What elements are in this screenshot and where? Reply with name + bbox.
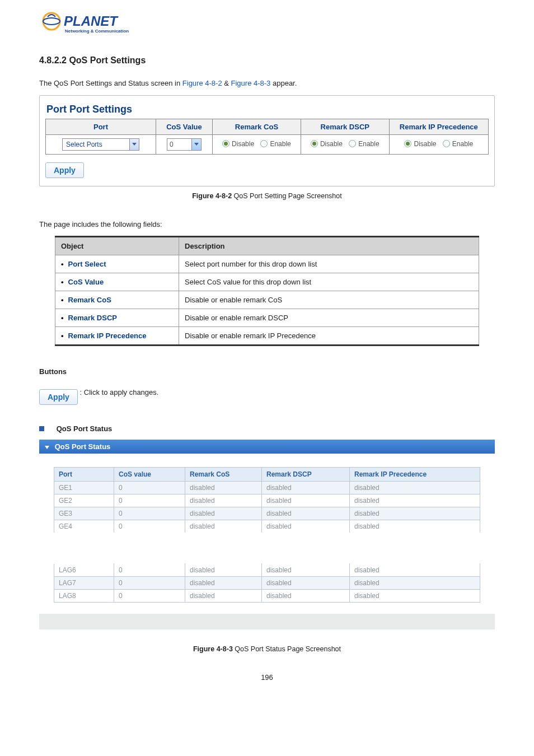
th-cos: CoS Value: [156, 119, 213, 135]
qos-port-status-panel: QoS Port Status Port CoS value Remark Co…: [39, 440, 495, 629]
remark-dscp-enable-label: Enable: [358, 140, 379, 148]
st-rcos: disabled: [185, 520, 262, 533]
st-rip: disabled: [350, 482, 480, 494]
obj-th-desc: Description: [179, 237, 479, 255]
st-cos: 0: [114, 590, 185, 603]
svg-point-0: [43, 13, 60, 30]
intro-mid: &: [222, 79, 231, 87]
st-rdscp: disabled: [262, 590, 350, 603]
st-rdscp: disabled: [262, 494, 350, 507]
figure-2-caption: Figure 4-8-3 QoS Port Status Page Screen…: [39, 645, 495, 653]
qos-port-status-heading: QoS Port Status: [39, 424, 495, 433]
st-h-rcos: Remark CoS: [185, 468, 262, 482]
logo: PLANET Networking & Communication: [39, 11, 495, 39]
square-bullet-icon: [39, 426, 44, 431]
page-number: 196: [39, 673, 495, 682]
st-cos: 0: [114, 482, 185, 494]
status-row: GE1 0 disabled disabled disabled: [54, 482, 480, 494]
st-rdscp: disabled: [262, 577, 350, 590]
port-settings-panel: Port Port Settings Port CoS Value Remark…: [39, 95, 495, 186]
st-port: GE3: [54, 507, 114, 520]
remark-cos-enable-label: Enable: [270, 140, 291, 148]
status-table-top: Port CoS value Remark CoS Remark DSCP Re…: [54, 467, 480, 533]
st-rcos: disabled: [185, 494, 262, 507]
st-port: LAG7: [54, 577, 114, 590]
st-port: GE4: [54, 520, 114, 533]
remark-dscp-enable-radio[interactable]: [349, 140, 356, 147]
remark-ip-disable-radio[interactable]: [404, 140, 411, 147]
apply-desc: : Click to apply changes.: [80, 388, 159, 396]
status-panel-header[interactable]: QoS Port Status: [39, 440, 495, 454]
figure-link-1[interactable]: Figure 4-8-2: [182, 79, 222, 87]
st-cos: 0: [114, 507, 185, 520]
remark-cos-disable-radio[interactable]: [222, 140, 229, 147]
obj-desc: Select port number for this drop down li…: [179, 255, 479, 273]
obj-label: Remark DSCP: [68, 314, 117, 322]
apply-button-description-row: Apply : Click to apply changes.: [39, 381, 495, 405]
st-port: GE2: [54, 494, 114, 507]
settings-table: Port CoS Value Remark CoS Remark DSCP Re…: [45, 119, 489, 155]
st-port: GE1: [54, 482, 114, 494]
logo-tagline: Networking & Communication: [65, 29, 129, 34]
th-port: Port: [46, 119, 156, 135]
st-rip: disabled: [350, 590, 480, 603]
apply-button[interactable]: Apply: [45, 162, 84, 178]
obj-row: •Remark IP Precedence Disable or enable …: [55, 327, 479, 346]
apply-button-inline[interactable]: Apply: [39, 389, 78, 405]
remark-ip-enable-label: Enable: [452, 140, 473, 148]
figure-1-bold: Figure 4-8-2: [192, 192, 232, 200]
obj-row: •Remark CoS Disable or enable remark CoS: [55, 291, 479, 309]
status-table-bottom: LAG6 0 disabled disabled disabled LAG7 0…: [54, 563, 480, 603]
status-row: LAG7 0 disabled disabled disabled: [54, 577, 480, 590]
st-rcos: disabled: [185, 564, 262, 577]
st-rcos: disabled: [185, 590, 262, 603]
st-rdscp: disabled: [262, 482, 350, 494]
chevron-down-icon: [129, 139, 139, 150]
st-rip: disabled: [350, 507, 480, 520]
intro-post: appear.: [270, 79, 297, 87]
figure-2-bold: Figure 4-8-3: [193, 645, 233, 653]
figure-1-text: QoS Port Setting Page Screenshot: [232, 192, 342, 200]
status-panel-title: QoS Port Status: [55, 442, 111, 451]
st-rip: disabled: [350, 564, 480, 577]
buttons-heading: Buttons: [39, 367, 495, 376]
logo-text: PLANET: [64, 13, 119, 29]
st-h-rip: Remark IP Precedence: [350, 468, 480, 482]
obj-row: •Remark DSCP Disable or enable remark DS…: [55, 309, 479, 327]
obj-desc: Select CoS value for this drop down list: [179, 273, 479, 291]
figure-1-caption: Figure 4-8-2 QoS Port Setting Page Scree…: [39, 192, 495, 200]
port-select[interactable]: Select Ports: [62, 138, 139, 151]
obj-label: Remark CoS: [68, 296, 111, 304]
obj-label: Port Select: [68, 260, 106, 268]
figure-2-text: QoS Port Status Page Screenshot: [233, 645, 341, 653]
remark-cos-disable-label: Disable: [232, 140, 254, 148]
st-cos: 0: [114, 577, 185, 590]
th-remark-dscp: Remark DSCP: [301, 119, 389, 135]
status-row: GE2 0 disabled disabled disabled: [54, 494, 480, 507]
remark-cos-enable-radio[interactable]: [260, 140, 268, 147]
chevron-down-icon: [191, 139, 201, 150]
cos-value: 0: [170, 141, 174, 148]
remark-dscp-radio-group: Disable Enable: [311, 140, 380, 148]
st-port: LAG8: [54, 590, 114, 603]
cos-value-select[interactable]: 0: [167, 138, 202, 151]
section-title: 4.8.2.2 QoS Port Settings: [39, 55, 495, 66]
figure-link-2[interactable]: Figure 4-8-3: [231, 79, 271, 87]
remark-cos-radio-group: Disable Enable: [222, 140, 291, 148]
remark-ip-enable-radio[interactable]: [443, 140, 450, 147]
obj-row: •CoS Value Select CoS value for this dro…: [55, 273, 479, 291]
th-remark-ip: Remark IP Precedence: [389, 119, 488, 135]
remark-dscp-disable-radio[interactable]: [311, 140, 318, 147]
st-rdscp: disabled: [262, 564, 350, 577]
remark-ip-radio-group: Disable Enable: [404, 140, 473, 148]
st-rdscp: disabled: [262, 520, 350, 533]
panel-title: Port Port Settings: [46, 104, 489, 115]
intro-pre: The QoS Port Settings and Status screen …: [39, 79, 182, 87]
status-row: LAG8 0 disabled disabled disabled: [54, 590, 480, 603]
status-row: GE4 0 disabled disabled disabled: [54, 520, 480, 533]
st-cos: 0: [114, 494, 185, 507]
remark-dscp-disable-label: Disable: [320, 140, 343, 148]
fields-intro: The page includes the following fields:: [39, 220, 495, 228]
remark-ip-disable-label: Disable: [414, 140, 436, 148]
intro-paragraph: The QoS Port Settings and Status screen …: [39, 79, 495, 87]
